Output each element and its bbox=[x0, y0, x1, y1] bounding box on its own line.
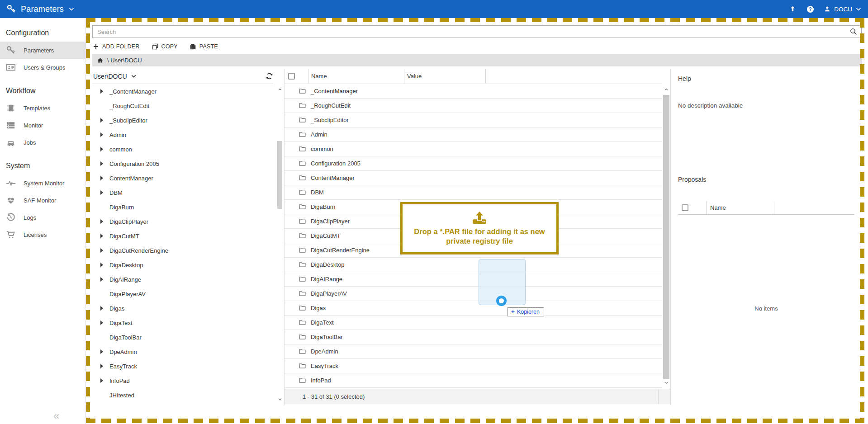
tree-item[interactable]: DigaPlayerAV bbox=[92, 287, 273, 301]
tree-item[interactable]: DpeAdmin bbox=[92, 344, 273, 359]
expand-caret-icon[interactable] bbox=[100, 89, 103, 94]
table-row[interactable]: Admin bbox=[285, 127, 662, 142]
tree-item[interactable]: DigaToolBar bbox=[92, 330, 273, 344]
tree-item[interactable]: DigaDesktop bbox=[92, 258, 273, 272]
collapse-sidebar-icon[interactable]: « bbox=[53, 410, 59, 421]
expand-caret-icon[interactable] bbox=[100, 132, 103, 137]
tree-item[interactable]: Digas bbox=[92, 301, 273, 316]
table-row[interactable]: EasyTrack bbox=[285, 359, 662, 373]
table-scrollbar-thumb[interactable] bbox=[663, 95, 669, 379]
tree-item[interactable]: ContentManager bbox=[92, 171, 273, 185]
tree-item[interactable]: EasyTrack bbox=[92, 359, 273, 373]
tree-item[interactable]: Admin bbox=[92, 127, 273, 142]
tree-root-label[interactable]: User\DOCU bbox=[93, 73, 127, 80]
tree-item[interactable]: _RoughCutEdit bbox=[92, 99, 273, 113]
table-row[interactable]: DigaToolBar bbox=[285, 330, 662, 344]
table-row[interactable]: _ContentManager bbox=[285, 84, 662, 99]
tree-item[interactable]: Multitrack bbox=[92, 402, 273, 405]
tree-item-label: DigaBurn bbox=[109, 204, 134, 211]
expand-caret-icon[interactable] bbox=[100, 176, 103, 180]
table-row[interactable]: Digas bbox=[285, 301, 662, 316]
table-row[interactable]: ContentManager bbox=[285, 171, 662, 185]
proposals-column-name[interactable]: Name bbox=[706, 201, 774, 214]
sidebar-item[interactable]: Jobs bbox=[0, 134, 85, 151]
sidebar-item[interactable]: Parameters bbox=[0, 42, 85, 59]
tree-item[interactable]: Configuration 2005 bbox=[92, 156, 273, 171]
table-row[interactable]: DBM bbox=[285, 185, 662, 200]
select-all-checkbox[interactable] bbox=[288, 73, 295, 80]
refresh-icon[interactable] bbox=[266, 72, 273, 80]
expand-caret-icon[interactable] bbox=[100, 190, 103, 195]
tree-item[interactable]: DigaClipPlayer bbox=[92, 214, 273, 229]
tree-item[interactable]: _ContentManager bbox=[92, 84, 273, 99]
expand-caret-icon[interactable] bbox=[100, 219, 103, 224]
expand-caret-icon[interactable] bbox=[100, 118, 103, 122]
table-row[interactable]: common bbox=[285, 142, 662, 156]
column-header-name[interactable]: Name bbox=[308, 69, 404, 84]
expand-caret-icon[interactable] bbox=[100, 263, 103, 267]
scroll-down-icon[interactable] bbox=[276, 396, 284, 404]
user-menu[interactable]: DOCU bbox=[824, 5, 862, 13]
tree-item[interactable]: DigaCutMT bbox=[92, 229, 273, 243]
breadcrumb[interactable]: \ User\DOCU bbox=[92, 54, 862, 66]
table-row[interactable]: DigaDesktop bbox=[285, 258, 662, 272]
expand-caret-icon[interactable] bbox=[100, 277, 103, 282]
scroll-down-icon[interactable] bbox=[662, 380, 670, 387]
column-header-value[interactable]: Value bbox=[404, 69, 485, 84]
sidebar-item[interactable]: System Monitor bbox=[0, 174, 85, 192]
table-row[interactable]: DpeAdmin bbox=[285, 344, 662, 359]
expand-caret-icon[interactable] bbox=[100, 364, 103, 368]
tree-scrollbar-thumb[interactable] bbox=[277, 141, 282, 209]
home-icon[interactable] bbox=[97, 57, 104, 64]
sidebar-item[interactable]: Monitor bbox=[0, 117, 85, 134]
main-drop-region[interactable]: ADD FOLDER COPY PASTE \ User\DOCU User\D… bbox=[86, 18, 868, 424]
table-row[interactable]: InfoPad bbox=[285, 373, 662, 388]
folder-icon bbox=[299, 275, 306, 283]
proposals-select-all-checkbox[interactable] bbox=[682, 204, 688, 211]
expand-caret-icon[interactable] bbox=[100, 234, 103, 238]
search-icon[interactable] bbox=[849, 28, 858, 36]
sidebar-item[interactable]: Templates bbox=[0, 99, 85, 117]
table-row[interactable]: Configuration 2005 bbox=[285, 156, 662, 171]
table-row[interactable]: DigAIRange bbox=[285, 272, 662, 287]
folder-icon bbox=[299, 304, 306, 312]
search-input[interactable] bbox=[92, 25, 862, 38]
tree-item[interactable]: DigaBurn bbox=[92, 200, 273, 214]
sidebar-item[interactable]: Users & Groups bbox=[0, 59, 85, 76]
expand-caret-icon[interactable] bbox=[100, 248, 103, 253]
tree-item[interactable]: JHItested bbox=[92, 388, 273, 402]
paste-button[interactable]: PASTE bbox=[190, 43, 218, 50]
tree-scrollbar[interactable] bbox=[276, 87, 284, 405]
chevron-down-icon[interactable] bbox=[68, 6, 75, 12]
sidebar-item[interactable]: Logs bbox=[0, 209, 85, 226]
upload-icon[interactable] bbox=[788, 5, 797, 14]
table-row[interactable]: DigaText bbox=[285, 316, 662, 330]
table-row[interactable]: _RoughCutEdit bbox=[285, 99, 662, 113]
tree-item[interactable]: _SubclipEditor bbox=[92, 113, 273, 127]
scroll-up-icon[interactable] bbox=[276, 87, 284, 94]
copy-button[interactable]: COPY bbox=[152, 43, 178, 50]
tree-item[interactable]: DigAIRange bbox=[92, 272, 273, 287]
scroll-up-icon[interactable] bbox=[662, 87, 670, 94]
add-folder-button[interactable]: ADD FOLDER bbox=[92, 43, 140, 50]
chevron-down-icon[interactable] bbox=[131, 73, 137, 79]
expand-caret-icon[interactable] bbox=[100, 349, 103, 354]
table-row[interactable]: _SubclipEditor bbox=[285, 113, 662, 127]
tree-item[interactable]: DigaCutRenderEngine bbox=[92, 243, 273, 258]
expand-caret-icon[interactable] bbox=[100, 320, 103, 325]
expand-caret-icon[interactable] bbox=[100, 378, 103, 383]
sidebar-item[interactable]: Licenses bbox=[0, 226, 85, 243]
expand-caret-icon[interactable] bbox=[100, 147, 103, 151]
sidebar-item[interactable]: SAF Monitor bbox=[0, 192, 85, 209]
tree-item[interactable]: DigaText bbox=[92, 316, 273, 330]
tree-item[interactable]: DBM bbox=[92, 185, 273, 200]
app-menu[interactable]: Parameters bbox=[6, 4, 75, 14]
tree-item[interactable]: InfoPad bbox=[92, 373, 273, 388]
table-row[interactable]: DigaPlayerAV bbox=[285, 287, 662, 301]
par-drop-target[interactable]: Drop a *.PAR file for adding it as new p… bbox=[400, 202, 559, 254]
expand-caret-icon[interactable] bbox=[100, 306, 103, 311]
expand-caret-icon[interactable] bbox=[100, 161, 103, 166]
help-icon[interactable] bbox=[806, 5, 815, 14]
tree-item[interactable]: common bbox=[92, 142, 273, 156]
table-scrollbar[interactable] bbox=[662, 87, 670, 387]
